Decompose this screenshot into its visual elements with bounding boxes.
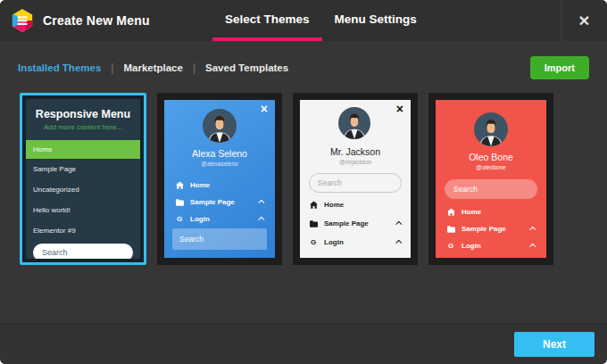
theme-card-responsive-menu[interactable]: Responsive Menu Add more content here...… bbox=[20, 93, 146, 265]
menu-item-active: Home bbox=[26, 140, 140, 159]
subnav-installed-themes[interactable]: Installed Themes bbox=[18, 62, 101, 73]
dialog-title: Create New Menu bbox=[43, 13, 150, 28]
theme-preview: Responsive Menu Add more content here...… bbox=[26, 99, 140, 259]
theme-preview: × Mr. Jackson @mr bbox=[300, 100, 411, 258]
menu-item: G Login bbox=[300, 233, 411, 252]
profile-name: Oleo Bone bbox=[436, 152, 546, 162]
avatar bbox=[338, 107, 372, 141]
home-icon bbox=[175, 181, 184, 189]
profile-name: Alexa Seleno bbox=[164, 148, 275, 159]
theme-subtitle: Add more content here... bbox=[26, 123, 140, 131]
close-icon[interactable]: × bbox=[561, 0, 607, 41]
subnav-separator: | bbox=[193, 62, 195, 74]
tab-select-themes[interactable]: Select Themes bbox=[212, 0, 322, 41]
profile-handle: @mrjackson bbox=[300, 159, 411, 165]
folder-icon bbox=[446, 226, 455, 233]
menu-item: Sample Page bbox=[300, 214, 411, 233]
chevron-up-icon bbox=[529, 227, 536, 233]
theme-preview: Oleo Bone @oleobone Search Home Samp bbox=[436, 100, 546, 258]
app-logo-icon bbox=[11, 8, 34, 33]
preview-menu: Home Sample Page G Login bbox=[164, 177, 275, 228]
menu-item-label: Home bbox=[324, 201, 344, 209]
preview-menu: Home Sample Page G Login bbox=[300, 195, 411, 252]
menu-item-label: Home bbox=[190, 181, 210, 189]
subnav-separator: | bbox=[111, 62, 113, 74]
profile-handle: @alexaseleno bbox=[164, 161, 275, 167]
chevron-up-icon bbox=[258, 217, 264, 223]
profile-handle: @oleobone bbox=[436, 164, 546, 170]
menu-item-label: Sample Page bbox=[461, 225, 506, 233]
themes-subnav: Installed Themes | Marketplace | Saved T… bbox=[0, 41, 607, 87]
chevron-up-icon bbox=[258, 200, 264, 206]
chevron-up-icon bbox=[395, 221, 402, 228]
menu-item: Sample Page bbox=[436, 220, 546, 237]
import-button[interactable]: Import bbox=[530, 56, 589, 79]
search-field-preview: Search bbox=[172, 228, 267, 250]
avatar bbox=[474, 112, 508, 146]
preview-menu: Home Sample Page G Login bbox=[436, 203, 546, 254]
create-new-menu-dialog: Create New Menu Select Themes Menu Setti… bbox=[0, 0, 607, 364]
theme-card-oleo-bone[interactable]: Oleo Bone @oleobone Search Home Samp bbox=[428, 93, 553, 265]
theme-card-mr-jackson[interactable]: × Mr. Jackson @mr bbox=[293, 93, 418, 265]
search-field-preview: Search bbox=[309, 173, 402, 193]
menu-item: Home bbox=[164, 177, 275, 194]
subnav-marketplace[interactable]: Marketplace bbox=[123, 62, 182, 73]
menu-item-label: Login bbox=[324, 238, 344, 246]
avatar bbox=[203, 109, 237, 143]
dialog-footer: Next bbox=[0, 323, 607, 364]
close-icon: × bbox=[396, 103, 403, 115]
dialog-header: Create New Menu Select Themes Menu Setti… bbox=[0, 0, 607, 41]
search-field-preview: Search bbox=[33, 244, 133, 259]
menu-item: Hello world! bbox=[26, 200, 140, 220]
profile-name: Mr. Jackson bbox=[300, 146, 411, 157]
subnav-saved-templates[interactable]: Saved Templates bbox=[205, 62, 288, 73]
menu-item: G Login bbox=[436, 237, 546, 254]
google-g-icon: G bbox=[309, 238, 318, 246]
menu-item: Home bbox=[436, 203, 546, 220]
theme-card-list: Responsive Menu Add more content here...… bbox=[0, 87, 607, 265]
tab-menu-settings[interactable]: Menu Settings bbox=[322, 0, 429, 41]
menu-item: Sample Page bbox=[164, 194, 275, 211]
chevron-up-icon bbox=[395, 240, 402, 246]
menu-item: Sample Page bbox=[26, 159, 140, 179]
home-icon bbox=[446, 208, 455, 216]
menu-item-label: Sample Page bbox=[190, 198, 235, 206]
menu-item: Home bbox=[300, 195, 411, 214]
google-g-icon: G bbox=[175, 215, 184, 223]
theme-preview: × Alexa Seleno @a bbox=[164, 100, 275, 258]
brand: Create New Menu bbox=[0, 8, 150, 33]
theme-title: Responsive Menu bbox=[26, 108, 140, 120]
next-button[interactable]: Next bbox=[514, 332, 595, 357]
menu-item-label: Login bbox=[190, 215, 210, 223]
menu-item: Elementor #9 bbox=[26, 220, 140, 241]
menu-item-label: Home bbox=[461, 208, 481, 216]
theme-card-alexa-seleno[interactable]: × Alexa Seleno @a bbox=[157, 93, 282, 265]
menu-item-label: Login bbox=[461, 242, 481, 250]
chevron-up-icon bbox=[529, 244, 536, 250]
header-tabs: Select Themes Menu Settings bbox=[212, 0, 429, 41]
close-icon: × bbox=[261, 103, 268, 115]
folder-icon bbox=[309, 220, 318, 228]
home-icon bbox=[309, 201, 318, 209]
menu-item-label: Sample Page bbox=[324, 219, 369, 228]
folder-icon bbox=[175, 199, 184, 206]
google-g-icon: G bbox=[446, 242, 455, 250]
menu-item: G Login bbox=[164, 211, 275, 228]
search-field-preview: Search bbox=[445, 179, 537, 199]
menu-item: Uncategorized bbox=[26, 179, 140, 200]
